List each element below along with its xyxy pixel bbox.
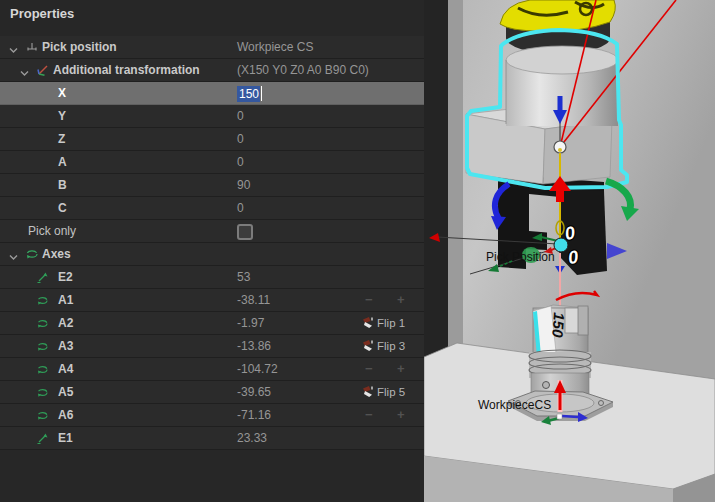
row-label: A3 [58,339,73,353]
x-value-input[interactable]: 150 [237,85,262,102]
robot-flip-icon [361,385,374,398]
row-label: A1 [58,293,73,307]
wall-mid-edge [448,0,463,349]
rotary-axis-icon [36,362,49,380]
row-a6[interactable]: A6 -71.16 − + [0,404,424,427]
chevron-down-icon[interactable] [8,42,19,60]
chevron-down-icon[interactable] [8,249,19,267]
chevron-down-icon[interactable] [19,65,30,83]
row-value[interactable]: 0 [237,132,244,146]
row-value[interactable]: -1.97 [237,316,264,330]
decrement-button[interactable]: − [365,407,373,422]
panel-title: Properties [10,6,74,21]
row-b[interactable]: B 90 [0,174,424,197]
3d-scene[interactable]: 0 0 Pick Position 150 [424,0,715,502]
flip-5-button[interactable]: Flip 5 [361,385,405,398]
transformation-axes-icon [36,63,50,81]
rotary-axis-icon [36,385,49,403]
row-value[interactable]: 0 [237,109,244,123]
row-label: Y [58,109,66,123]
linear-axis-icon [36,270,49,288]
flip-1-button[interactable]: Flip 1 [361,316,405,329]
increment-button[interactable]: + [397,361,405,376]
rotary-axis-icon [36,408,49,426]
row-label: Pick position [42,40,117,54]
properties-panel: Properties Pick position Workpiece CS Ad… [0,0,424,502]
row-value[interactable]: 53 [237,270,250,284]
row-a1[interactable]: A1 -38.11 − + [0,289,424,312]
row-value[interactable]: -71.16 [237,408,271,422]
row-label: A2 [58,316,73,330]
linear-axis-icon [36,431,49,449]
rotary-axis-icon [36,293,49,311]
row-label: E2 [58,270,73,284]
row-value[interactable]: Workpiece CS [237,40,313,54]
robot-flip-icon [361,316,374,329]
row-label: C [58,201,67,215]
row-value[interactable]: -13.86 [237,339,271,353]
row-additional-transformation[interactable]: Additional transformation (X150 Y0 Z0 A0… [0,59,424,82]
robot-flip-icon [361,339,374,352]
row-pick-only[interactable]: Pick only [0,220,424,243]
decrement-button[interactable]: − [365,361,373,376]
flip-button-label: Flip 3 [377,340,405,352]
row-a3[interactable]: A3 -13.86 Flip 3 [0,335,424,358]
row-label: A [58,155,67,169]
row-axes-group[interactable]: Axes [0,243,424,266]
row-value[interactable]: -38.11 [237,293,270,307]
application-window: { "panel": { "title": "Properties", "row… [0,0,715,502]
flip-button-label: Flip 1 [377,317,405,329]
row-z[interactable]: Z 0 [0,128,424,151]
row-label: A4 [58,362,73,376]
row-label: X [58,86,66,100]
text-cursor [261,86,262,101]
row-a5[interactable]: A5 -39.65 Flip 5 [0,381,424,404]
row-a4[interactable]: A4 -104.72 − + [0,358,424,381]
rotation-axes-icon [25,247,39,265]
row-label: Axes [42,247,71,261]
row-a2[interactable]: A2 -1.97 Flip 1 [0,312,424,335]
row-label: Pick only [28,224,76,238]
row-y[interactable]: Y 0 [0,105,424,128]
row-a[interactable]: A 0 [0,151,424,174]
row-label: A6 [58,408,73,422]
row-value[interactable]: (X150 Y0 Z0 A0 B90 C0) [237,63,369,77]
pick-position-label: Pick Position [486,250,555,264]
row-label: Z [58,132,65,146]
row-value[interactable]: 0 [237,155,244,169]
row-c[interactable]: C 0 [0,197,424,220]
flip-button-label: Flip 5 [377,386,405,398]
selected-text: 150 [237,86,260,102]
3d-viewport[interactable]: 0 0 Pick Position 150 [424,0,715,502]
row-value[interactable]: 0 [237,201,244,215]
row-value[interactable]: 23.33 [237,431,267,445]
workpiece-offset-tag: 150 [549,312,568,339]
row-e1[interactable]: E1 23.33 [0,427,424,450]
row-value[interactable]: -39.65 [237,385,271,399]
flip-3-button[interactable]: Flip 3 [361,339,405,352]
workpiece-cs-label: WorkpieceCS [478,398,551,412]
row-label: A5 [58,385,73,399]
rotary-axis-icon [36,339,49,357]
row-value[interactable]: 90 [237,178,250,192]
row-pick-position[interactable]: Pick position Workpiece CS [0,36,424,59]
row-label: E1 [58,431,73,445]
row-label: Additional transformation [53,63,200,77]
pick-only-checkbox[interactable] [237,224,253,240]
row-label: B [58,178,67,192]
rotary-axis-icon [36,316,49,334]
increment-button[interactable]: + [397,292,405,307]
property-tree: Pick position Workpiece CS Additional tr… [0,36,424,450]
row-value[interactable]: -104.72 [237,362,278,376]
wall-dark-edge [424,0,448,359]
row-x[interactable]: X 150 [0,82,424,105]
increment-button[interactable]: + [397,407,405,422]
decrement-button[interactable]: − [365,292,373,307]
pick-position-frame-icon [25,40,39,58]
row-e2[interactable]: E2 53 [0,266,424,289]
